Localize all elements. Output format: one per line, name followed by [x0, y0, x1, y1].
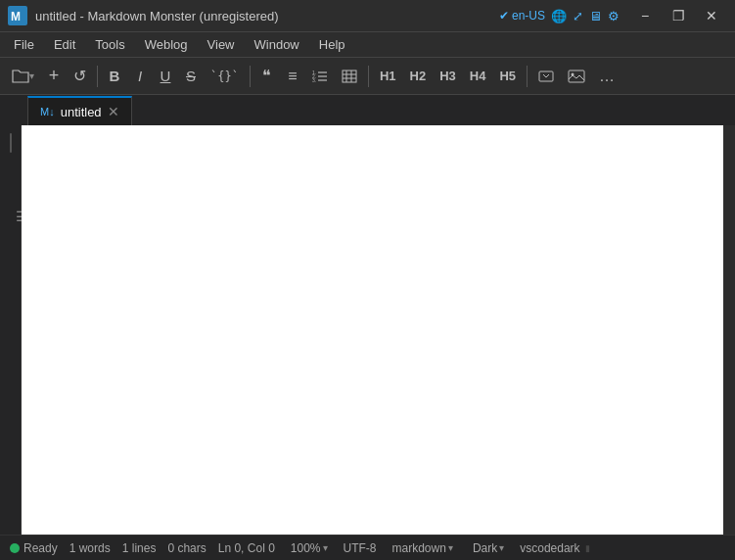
status-lines: 1 lines — [122, 541, 157, 555]
menu-bar: File Edit Tools Weblog View Window Help — [0, 31, 735, 57]
toolbar-separator-2 — [250, 66, 251, 87]
status-words: 1 words — [69, 541, 111, 555]
strikethrough-button[interactable]: S — [179, 63, 203, 90]
menu-weblog[interactable]: Weblog — [135, 32, 198, 57]
toolbar-separator-1 — [97, 66, 98, 87]
status-font: vscodedark ▮ — [520, 541, 589, 555]
menu-tools[interactable]: Tools — [85, 32, 134, 57]
window-controls: − ❐ ✕ — [629, 5, 727, 26]
svg-text:3.: 3. — [312, 77, 316, 83]
theme-dropdown-arrow: ▾ — [499, 542, 504, 553]
menu-file[interactable]: File — [4, 32, 44, 57]
restore-button[interactable]: ❐ — [663, 5, 694, 26]
image-button[interactable] — [562, 63, 591, 90]
new-document-button[interactable]: + — [42, 63, 66, 90]
svg-text:↓: ↓ — [17, 14, 21, 23]
menu-window[interactable]: Window — [245, 32, 309, 57]
unordered-list-button[interactable]: ≡ — [281, 63, 304, 90]
ordered-list-button[interactable]: 1. 2. 3. — [306, 63, 334, 90]
h5-button[interactable]: H5 — [493, 63, 522, 90]
link-button[interactable] — [532, 63, 560, 90]
underline-button[interactable]: U — [154, 63, 177, 90]
settings-icon[interactable]: ⚙ — [608, 9, 620, 23]
app-logo: M ↓ — [8, 6, 27, 25]
editor-area[interactable] — [22, 125, 723, 535]
h1-button[interactable]: H1 — [374, 63, 402, 90]
svg-rect-14 — [539, 71, 553, 81]
h3-button[interactable]: H3 — [434, 63, 462, 90]
table-button[interactable] — [336, 63, 363, 90]
language-icon[interactable]: ✔ en-US — [499, 9, 545, 23]
h4-button[interactable]: H4 — [464, 63, 492, 90]
minimize-button[interactable]: − — [629, 5, 661, 26]
tab-untitled[interactable]: M↓ untitled ✕ — [27, 96, 132, 125]
status-position: Ln 0, Col 0 — [218, 541, 275, 555]
refresh-button[interactable]: ↺ — [68, 63, 92, 90]
editor-textarea[interactable] — [22, 125, 723, 535]
status-ready: Ready — [10, 541, 58, 555]
menu-view[interactable]: View — [198, 32, 245, 57]
globe-icon[interactable]: 🌐 — [551, 9, 567, 23]
ready-indicator — [10, 543, 20, 553]
code-button[interactable]: `{}` — [205, 63, 245, 90]
more-button[interactable]: … — [593, 63, 620, 90]
main-area — [0, 125, 735, 535]
status-zoom-dropdown[interactable]: 100% ▾ — [287, 540, 332, 556]
title-bar: M ↓ untitled - Markdown Monster (unregis… — [0, 0, 735, 31]
status-encoding: UTF-8 — [344, 541, 377, 555]
close-button[interactable]: ✕ — [696, 5, 727, 26]
ready-label: Ready — [23, 541, 58, 555]
italic-button[interactable]: I — [128, 63, 152, 90]
tab-bar: ☰ M↓ untitled ✕ — [0, 94, 735, 125]
zoom-dropdown-arrow: ▾ — [323, 542, 328, 553]
sidebar-drag-handle[interactable] — [10, 133, 12, 153]
scrollbar-track[interactable] — [723, 125, 735, 535]
h2-button[interactable]: H2 — [404, 63, 433, 90]
monitor-icon[interactable]: 🖥 — [589, 9, 602, 23]
status-language-dropdown[interactable]: markdown ▾ — [389, 540, 457, 556]
tab-markdown-icon: M↓ — [40, 106, 55, 117]
menu-help[interactable]: Help — [309, 32, 355, 57]
menu-edit[interactable]: Edit — [44, 32, 85, 57]
blockquote-button[interactable]: ❝ — [255, 63, 279, 90]
toolbar-separator-3 — [368, 66, 369, 87]
status-chars: 0 chars — [167, 541, 206, 555]
bold-button[interactable]: B — [103, 63, 126, 90]
open-folder-button[interactable]: ▾ — [6, 63, 40, 90]
svg-rect-9 — [343, 70, 356, 82]
toolbar-separator-4 — [527, 66, 528, 87]
left-sidebar — [0, 125, 22, 535]
tab-close-button[interactable]: ✕ — [108, 105, 119, 118]
status-bar: Ready 1 words 1 lines 0 chars Ln 0, Col … — [0, 535, 735, 560]
fullscreen-icon[interactable]: ⤢ — [573, 9, 583, 23]
toolbar: ▾ + ↺ B I U S `{}` ❝ ≡ 1. 2. 3. H1 H2 H3… — [0, 57, 735, 94]
title-bar-text: untitled - Markdown Monster (unregistere… — [35, 9, 499, 23]
tab-label: untitled — [61, 105, 102, 119]
language-dropdown-arrow: ▾ — [448, 542, 453, 553]
title-bar-right-icons: ✔ en-US 🌐 ⤢ 🖥 ⚙ — [499, 9, 620, 23]
status-theme-dropdown[interactable]: Dark ▾ — [469, 540, 508, 556]
